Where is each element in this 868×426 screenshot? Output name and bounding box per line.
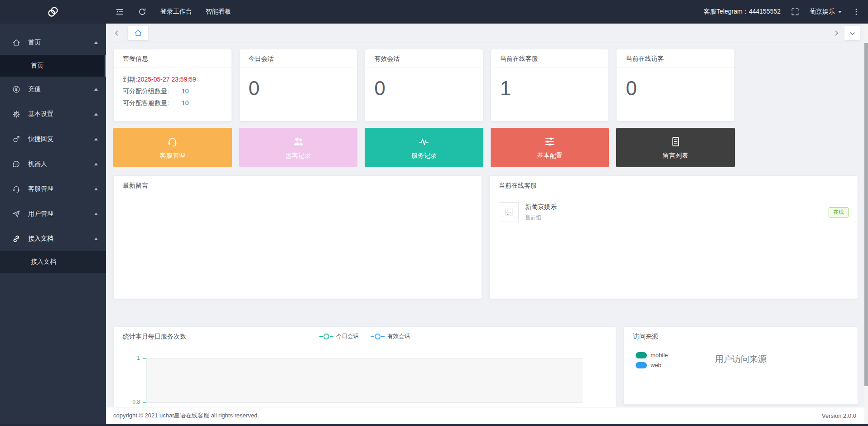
account-dropdown[interactable]: 葡京娱乐 (810, 8, 842, 16)
bottom-edge-strip (0, 424, 868, 426)
sidebar-item-docs[interactable]: 接入文档 (0, 226, 106, 251)
topbar-nav-workbench[interactable]: 登录工作台 (160, 8, 192, 16)
stat-card-valid-sessions: 有效会话0 (365, 49, 483, 121)
collapse-menu-icon[interactable] (115, 7, 124, 16)
chevron-up-icon (94, 111, 98, 116)
quick-tile-label: 客服管理 (160, 152, 185, 160)
panel-row: 最新留言 当前在线客服 新葡京娱乐售前组在线 (113, 175, 858, 299)
topbar-nav-smart-board[interactable]: 智能看板 (206, 8, 231, 16)
quick-tile-label: 游客记录 (285, 152, 311, 160)
stat-card-online-visitors: 当前在线访客0 (616, 49, 735, 121)
sidebar-item-basic-settings[interactable]: 基本设置 (0, 102, 106, 126)
sidebar-item-recharge[interactable]: 充值 (0, 77, 106, 102)
sidebar-subitem-home-sub[interactable]: 首页 (0, 55, 106, 77)
agent-meta: 新葡京娱乐售前组 (525, 203, 557, 222)
yen-icon (12, 85, 21, 94)
kebab-menu-icon[interactable] (852, 7, 861, 16)
tab-scroll-left-icon[interactable] (113, 29, 121, 37)
quick-tile-service-records[interactable]: 服务记录 (365, 128, 483, 167)
tab-home[interactable] (128, 26, 148, 40)
sidebar-item-label: 机器人 (28, 160, 47, 168)
legend-item-今日会话[interactable]: 今日会话 (319, 327, 359, 346)
sidebar-item-agent-management[interactable]: 客服管理 (0, 176, 106, 201)
refresh-icon[interactable] (138, 7, 147, 16)
panel-title: 最新留言 (114, 176, 482, 195)
sidebar-item-quick-reply[interactable]: 快捷回复 (0, 126, 106, 151)
sidebar-item-robot[interactable]: 机器人 (0, 151, 106, 176)
headset-icon (166, 136, 178, 148)
quick-tile-label: 基本配置 (537, 152, 563, 160)
pie-chart-area: mobileweb 用户访问来源 (624, 346, 858, 405)
quick-tile-message-list[interactable]: 留言列表 (616, 128, 735, 167)
package-row-label: 可分配分组数量: (123, 85, 169, 97)
stat-card-today-sessions: 今日会话0 (239, 49, 358, 121)
sidebar-item-label: 充值 (28, 85, 41, 93)
chart-split-band (146, 358, 583, 402)
main-content: 套餐信息到期:2025-05-27 23:59:59可分配分组数量:10可分配客… (106, 43, 864, 426)
chevron-up-icon (94, 39, 98, 44)
sidebar-item-label: 快捷回复 (28, 135, 53, 143)
legend-label: 有效会话 (387, 327, 410, 346)
chart-tick (143, 358, 146, 359)
legend-item-有效会话[interactable]: 有效会话 (371, 327, 410, 346)
tab-actions-dropdown[interactable] (844, 26, 860, 40)
stat-card-value: 1 (500, 77, 600, 100)
tabbar-right (833, 26, 860, 40)
stat-card-title: 有效会话 (365, 49, 483, 68)
pie-title: 访问来源 (624, 327, 858, 346)
stat-card-title: 套餐信息 (114, 49, 231, 68)
pie-center-label: 用户访问来源 (624, 353, 858, 365)
package-info-row: 可分配分组数量:10 (123, 85, 222, 97)
avatar (499, 202, 519, 222)
robot-icon (12, 160, 21, 169)
package-row-value: 10 (182, 97, 189, 109)
sidebar-subitem-label: 首页 (31, 62, 43, 70)
sidebar-item-label: 用户管理 (28, 210, 53, 218)
legend-line (381, 336, 385, 337)
document-icon (670, 136, 682, 148)
package-row-label: 可分配客服数量: (123, 97, 169, 109)
logo-rings-icon (46, 5, 60, 19)
chart-tick (143, 402, 146, 403)
app-logo (0, 0, 106, 24)
chart-gridline (146, 358, 583, 359)
chevron-up-icon (94, 86, 98, 91)
caret-down-icon (838, 11, 842, 15)
chevron-up-icon (94, 236, 98, 240)
stat-card-title: 今日会话 (240, 49, 357, 68)
chart-title: 统计本月每日服务次数 (123, 333, 186, 340)
visit-source-panel: 访问来源 mobileweb 用户访问来源 (623, 326, 858, 405)
panel-title: 当前在线客服 (490, 176, 858, 195)
users-icon (292, 136, 304, 148)
sidebar-item-label: 首页 (28, 39, 41, 47)
sidebar-item-label: 客服管理 (28, 185, 53, 193)
quick-tile-visitor-records[interactable]: 游客记录 (239, 128, 358, 167)
quick-tile-basic-config[interactable]: 基本配置 (491, 128, 609, 167)
legend-label: 今日会话 (336, 327, 359, 346)
stat-card-value: 0 (626, 77, 725, 100)
home-icon (12, 38, 21, 47)
sidebar-subitem-docs-sub[interactable]: 接入文档 (0, 251, 106, 273)
stat-cards-row: 套餐信息到期:2025-05-27 23:59:59可分配分组数量:10可分配客… (113, 49, 735, 121)
quick-tile-agent-management[interactable]: 客服管理 (113, 128, 232, 167)
sidebar-item-user-management[interactable]: 用户管理 (0, 201, 106, 226)
tab-scroll-right-icon[interactable] (833, 29, 840, 37)
sidebar-item-home[interactable]: 首页 (0, 30, 106, 55)
fullscreen-icon[interactable] (791, 7, 800, 16)
page-scrollbar[interactable] (864, 24, 868, 426)
package-row-value: 2025-05-27 23:59:59 (137, 73, 196, 85)
pulse-icon (418, 136, 430, 148)
chart-legend: 今日会话有效会话 (114, 327, 616, 346)
headset-icon (12, 184, 21, 194)
package-row-label: 到期: (123, 73, 137, 85)
footer: copyright © 2021 uchat星语在线客服 all rights … (106, 407, 864, 424)
agent-name: 新葡京娱乐 (525, 203, 557, 211)
stat-card-value: 0 (374, 77, 474, 100)
topbar: 登录工作台 智能看板 客服Telegram：444155552 葡京娱乐 (0, 0, 868, 24)
version-text: Version 2.0.0 (822, 412, 856, 419)
legend-line (319, 336, 323, 337)
package-info-row: 可分配客服数量:10 (123, 97, 222, 109)
scrollbar-thumb[interactable] (864, 43, 868, 386)
chevron-up-icon (94, 161, 98, 165)
stat-card-body: 0 (617, 68, 734, 105)
